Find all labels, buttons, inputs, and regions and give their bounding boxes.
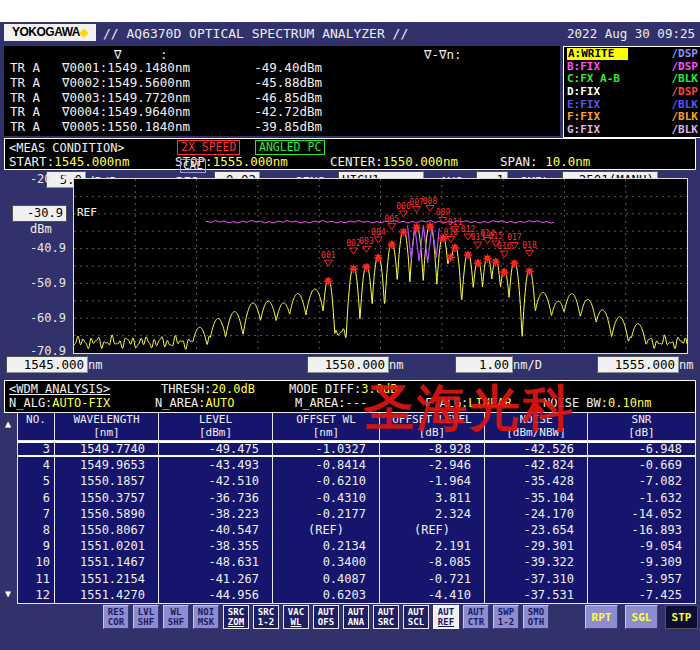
field: SPAN: 10.0nm: [500, 154, 590, 169]
x-center-unit: nm: [389, 358, 403, 372]
scroll-down-icon[interactable]: ▼: [5, 588, 11, 599]
table-cell: -29.301: [484, 538, 587, 554]
stp-button[interactable]: STP: [665, 605, 698, 629]
table-cell: 1551.2154: [54, 571, 158, 587]
table-cell: -0.8414: [272, 457, 379, 473]
wdm-results-table: NO.WAVELENGTH[nm]LEVEL[dBm]OFFSET WL[nm]…: [17, 412, 696, 604]
field-label: N_AREA:: [155, 396, 206, 410]
softkey-aut-ref[interactable]: AUTREF: [433, 605, 459, 629]
svg-text:015: 015: [488, 232, 503, 241]
field-value: AUTO: [206, 396, 235, 410]
table-row[interactable]: 41549.9653-43.493-0.8414-2.946-42.824-0.…: [18, 457, 695, 473]
field: N_ALG:AUTO-FIX: [9, 396, 155, 410]
table-row[interactable]: 81550.8067-40.547(REF)(REF)-23.654-16.89…: [18, 522, 695, 538]
datetime: 2022 Aug 30 09:25: [567, 26, 695, 41]
softkey-lvl-shf[interactable]: LVLSHF: [133, 605, 159, 629]
trace-status-row: E:FIX/BLK: [567, 99, 698, 111]
table-row[interactable]: 51550.1857-42.510-0.6210-1.964-35.428-7.…: [18, 473, 695, 489]
table-cell: -4.410: [379, 587, 484, 603]
table-cell: 1551.1467: [54, 554, 158, 570]
field: START:1545.000nm: [9, 154, 175, 169]
table-cell: 1551.4270: [54, 587, 158, 603]
trace-marker-row: TR A∇0003:1549.7720nm-46.85dBm: [10, 91, 558, 106]
field-label: M_AREA:: [295, 396, 346, 410]
tr-name: TR A: [10, 120, 62, 135]
softkey-aut-scl[interactable]: AUTSCL: [403, 605, 429, 629]
table-cell: 0.3400: [272, 554, 379, 570]
logo-text: YOKOGAWA: [12, 25, 80, 39]
ref-level-field[interactable]: -30.9: [12, 205, 67, 222]
trace-status-label: E:FIX: [567, 99, 600, 111]
softkey-aut-ana[interactable]: AUTANA: [343, 605, 369, 629]
table-row[interactable]: 71550.5890-38.223-0.21772.324-24.170-14.…: [18, 506, 695, 522]
table-header-cell: SNR[dB]: [587, 413, 695, 440]
table-row[interactable]: 101551.1467-48.6310.3400-8.085-39.322-9.…: [18, 554, 695, 570]
spectrum-chart: 0010020030040050060070080090100110120130…: [74, 179, 687, 353]
x-end-field[interactable]: 1555.000: [597, 356, 679, 373]
trace-marker-panel: ∇ : ∇-∇n: TR A∇0001:1549.1480nm-49.40dBm…: [4, 46, 560, 136]
trace-status-box: A:WRITE/DSPB:FIX/DSPC:FX A-B/BLKD:FIX/DS…: [563, 46, 700, 138]
trace-status-row: C:FX A-B/BLK: [567, 73, 698, 85]
speed-badge: 2X SPEED: [177, 140, 240, 155]
delta-col-header: ∇-∇n:: [424, 47, 462, 62]
softkey-aut-ofs[interactable]: AUTOFS: [313, 605, 339, 629]
table-row[interactable]: 61550.3757-36.736-0.43103.811-35.104-1.6…: [18, 490, 695, 506]
table-cell: 12: [18, 587, 54, 603]
softkey-aut-src[interactable]: AUTSRC: [373, 605, 399, 629]
trace-status-mode: /DSP: [672, 48, 699, 60]
table-cell: -0.6210: [272, 473, 379, 489]
softkey-wl-shf[interactable]: WLSHF: [163, 605, 189, 629]
rpt-button[interactable]: RPT: [585, 605, 618, 629]
field: THRESH:20.0dB: [161, 382, 289, 396]
tr-name: TR A: [10, 91, 62, 106]
y-axis-label-2: -40.9: [8, 241, 66, 255]
meas-condition-title: <MEAS CONDITION>: [9, 141, 125, 155]
trace-status-label: B:FIX: [567, 61, 600, 73]
softkey-noi-msk[interactable]: NOIMSK: [193, 605, 219, 629]
table-header-cell: LEVEL[dBm]: [158, 413, 272, 440]
table-cell: -8.085: [379, 554, 484, 570]
table-cell: -48.631: [158, 554, 272, 570]
tr-marker: ∇0002:1549.5600nm: [62, 76, 230, 91]
field: M_AREA:---: [295, 396, 425, 410]
trace-status-mode: /BLK: [672, 124, 699, 136]
svg-text:018: 018: [522, 241, 537, 250]
x-center-field[interactable]: 1550.000: [307, 356, 389, 373]
tr-level: -39.85dBm: [230, 120, 322, 135]
softkey-src-1-2[interactable]: SRC1-2: [253, 605, 279, 629]
field-label: SPAN:: [500, 154, 538, 169]
trace-status-label: G:FIX: [567, 124, 600, 136]
trace-status-label: A:WRITE: [567, 48, 628, 60]
table-cell: (REF): [379, 522, 484, 538]
x-scale-field[interactable]: 1.00: [455, 356, 513, 373]
table-row[interactable]: 31549.7740-49.475-1.0327-8.928-42.526-6.…: [18, 441, 695, 457]
softkey-smo-oth[interactable]: SMOOTH: [523, 605, 549, 629]
table-cell: 4: [18, 457, 54, 473]
trace-marker-row: TR A∇0005:1550.1840nm-39.85dBm: [10, 120, 558, 135]
softkey-swp-1-2[interactable]: SWP1-2: [493, 605, 519, 629]
softkey-res-cor[interactable]: RESCOR: [103, 605, 129, 629]
field-value: LINEAR: [468, 396, 511, 410]
field-value: ---: [346, 396, 368, 410]
table-cell: -35.428: [484, 473, 587, 489]
softkey-vac-wl[interactable]: VACWL: [283, 605, 309, 629]
table-cell: -49.475: [158, 441, 272, 457]
x-start-unit: nm: [88, 358, 102, 372]
softkey-src-zom[interactable]: SRCZOM: [223, 605, 249, 629]
table-cell: 1549.9653: [54, 457, 158, 473]
table-cell: 1549.7740: [54, 441, 158, 457]
table-row[interactable]: 121551.4270-44.9560.6203-4.410-37.531-7.…: [18, 587, 695, 603]
softkey-aut-ctr[interactable]: AUTCTR: [463, 605, 489, 629]
table-row[interactable]: 91551.0201-38.3550.21342.191-29.301-9.05…: [18, 538, 695, 554]
spectrum-plot[interactable]: 0010020030040050060070080090100110120130…: [73, 178, 688, 354]
y-axis-label-0: -20.9: [8, 172, 66, 186]
table-header-cell: OFFSET WL[nm]: [272, 413, 379, 440]
field: CENTER:1550.000nm: [330, 154, 500, 169]
table-cell: 0.2134: [272, 538, 379, 554]
sgl-button[interactable]: SGL: [625, 605, 658, 629]
x-start-field[interactable]: 1545.000: [6, 356, 88, 373]
table-cell: 11: [18, 571, 54, 587]
table-row[interactable]: 111551.2154-41.2670.4087-0.721-37.310-3.…: [18, 571, 695, 587]
table-cell: -23.654: [484, 522, 587, 538]
scroll-up-icon[interactable]: ▲: [5, 418, 11, 429]
